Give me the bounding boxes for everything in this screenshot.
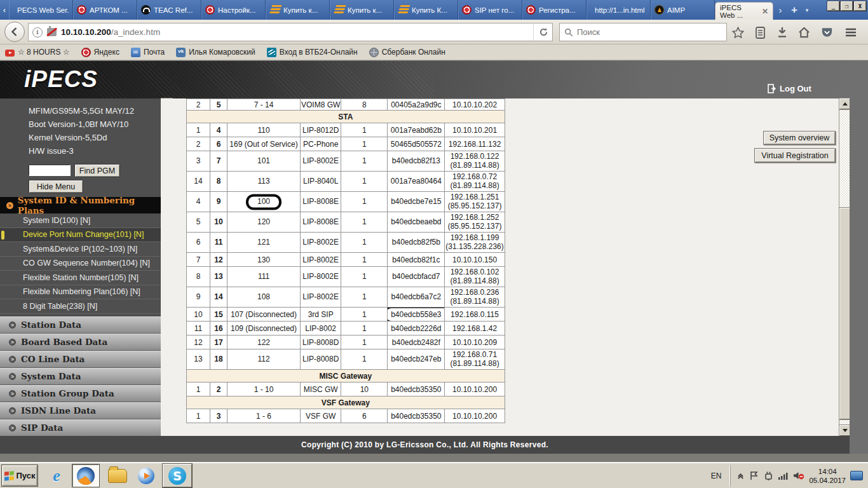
url-bar[interactable]: i 10.10.10.200/a_index.htm (28, 23, 553, 41)
sidebar-section-station-data[interactable]: >Station Data (0, 316, 161, 334)
find-pgm-button[interactable]: Find PGM (74, 164, 120, 177)
sidebar-item-system-id-100-n-[interactable]: System ID(100) [N] (0, 214, 161, 228)
firefox-icon[interactable] (72, 464, 99, 487)
col-seq[interactable]: 9 (210, 192, 227, 212)
sidebar-item-flexible-station-number-105-n-[interactable]: Flexible Station Number(105) [N] (0, 271, 161, 285)
scroll-up-icon[interactable] (839, 98, 850, 109)
active-browser-tab[interactable]: iPECS Web ... ✕ (715, 2, 773, 20)
col-seq[interactable]: 17 (210, 336, 227, 349)
col-seq[interactable]: 7 (210, 151, 227, 172)
hide-menu-button[interactable]: Hide Menu (29, 180, 83, 193)
network-signal-icon[interactable] (778, 471, 789, 480)
sidebar-section-system-id-numbering[interactable]: > System ID & Numbering Plans (0, 197, 161, 214)
sidebar-section-station-group-data[interactable]: >Station Group Data (0, 385, 161, 402)
url-text[interactable]: 10.10.10.200/a_index.htm (61, 27, 529, 37)
new-tab-button[interactable]: + (787, 0, 801, 20)
media-player-icon[interactable] (135, 466, 158, 486)
sidebar-item-system-device-ip-102-103-n-[interactable]: System&Device IP(102~103) [N] (0, 242, 161, 257)
main-scrollbar[interactable] (839, 98, 850, 436)
bookmark-item[interactable]: ☆ 8 HOURS ☆ (5, 48, 70, 57)
clock[interactable]: 14:04 05.04.2017 (809, 467, 846, 485)
col-seq[interactable]: 18 (210, 349, 227, 370)
col-seq[interactable]: 6 (210, 137, 227, 151)
col-seq[interactable]: 5 (210, 99, 227, 111)
home-icon[interactable] (796, 25, 812, 40)
logout-button[interactable]: Log Out (768, 84, 811, 93)
table-section-row: VSF Gateway (187, 396, 505, 409)
bookmark-item[interactable]: Почта (131, 48, 165, 57)
explorer-folder-icon[interactable] (105, 466, 130, 485)
sidebar-section-co-line-data[interactable]: >CO Line Data (0, 351, 161, 368)
col-seq[interactable]: 14 (210, 287, 227, 308)
downloads-icon[interactable] (774, 25, 790, 40)
volume-muted-icon[interactable] (793, 471, 804, 480)
collapse-chevron-icon[interactable] (736, 471, 745, 480)
minimize-button[interactable]: _ (827, 1, 839, 11)
menu-icon[interactable] (843, 25, 859, 40)
browser-tab[interactable]: АРТКОМ ... (73, 0, 137, 20)
bookmark-item[interactable]: Сбербанк Онлайн (369, 48, 445, 57)
sidebar-item-8-digit-table-238-n-[interactable]: 8 Digit Table(238) [N] (0, 299, 161, 314)
reading-list-icon[interactable] (752, 25, 768, 40)
pocket-icon[interactable] (818, 25, 835, 40)
power-plug-icon[interactable] (764, 471, 773, 481)
browser-tab[interactable]: Купить к... (266, 0, 330, 20)
browser-tab[interactable]: http://1...in.html (587, 0, 651, 20)
sidebar-item-co-gw-sequence-number-104-n-[interactable]: CO GW Sequence Number(104) [N] (0, 257, 161, 271)
bookmark-item[interactable]: Илья Комаровский (176, 48, 255, 57)
browser-tab[interactable]: AIMP (651, 0, 715, 20)
col-device-type: LIP-8008D (301, 349, 341, 370)
start-button[interactable]: Пуск (2, 465, 37, 486)
skype-icon[interactable]: S (163, 464, 192, 487)
bookmark-star-icon[interactable] (729, 25, 746, 40)
browser-tab[interactable]: Настройк... (201, 0, 266, 20)
virtual-registration-button[interactable]: Virtual Registration (754, 148, 836, 163)
col-seq[interactable]: 3 (210, 409, 227, 423)
browser-tab[interactable]: Регистра... (522, 0, 587, 20)
col-seq[interactable]: 10 (210, 212, 227, 233)
sidebar-section-sip-data[interactable]: >SIP Data (0, 419, 161, 437)
tab-scroll-right-icon[interactable]: › (773, 0, 787, 20)
col-seq[interactable]: 16 (210, 322, 227, 336)
main-scrollbar-thumb[interactable] (839, 208, 850, 419)
sidebar-item-device-port-num-change-101-n-[interactable]: Device Port Num Change(101) [N] (0, 228, 161, 243)
language-indicator[interactable]: EN (711, 471, 726, 480)
col-seq[interactable]: 15 (210, 308, 227, 322)
show-desktop-icon[interactable] (850, 471, 863, 480)
plugin-blocked-icon[interactable] (47, 28, 57, 36)
col-seq[interactable]: 11 (210, 233, 227, 253)
col-seq[interactable]: 4 (210, 123, 227, 137)
search-input[interactable] (577, 27, 722, 37)
sidebar-section-board-based-data[interactable]: >Board Based Data (0, 334, 161, 351)
browser-tab[interactable]: Купить К... (394, 0, 458, 20)
bookmark-item[interactable]: Вход в ВТБ24-Онлайн (267, 48, 358, 57)
reload-button[interactable] (533, 24, 548, 41)
tab-list-dropdown-icon[interactable]: ▾ (801, 0, 813, 20)
col-seq[interactable]: 2 (210, 383, 227, 396)
system-overview-button[interactable]: System overview (763, 131, 836, 145)
sidebar-section-isdn-line-data[interactable]: >ISDN Line Data (0, 402, 161, 419)
browser-tabs: PECS Web Ser...АРТКОМ ...TEAC Ref...Наст… (9, 0, 715, 20)
search-bar[interactable] (559, 23, 727, 41)
browser-tab[interactable]: Купить к... (330, 0, 394, 20)
action-center-flag-icon[interactable] (749, 471, 759, 480)
close-button[interactable]: X (854, 1, 866, 11)
sidebar-section-system-data[interactable]: >System Data (0, 368, 161, 385)
browser-tab[interactable]: PECS Web Ser... (9, 0, 73, 20)
sidebar-item-flexible-numbering-plan-106-n-[interactable]: Flexible Numbering Plan(106) [N] (0, 285, 161, 300)
bookmark-item[interactable]: Яндекс (81, 48, 119, 57)
restore-button[interactable]: ❐ (841, 1, 853, 11)
browser-tab[interactable]: TEAC Ref... (137, 0, 201, 20)
col-seq[interactable]: 8 (210, 172, 227, 192)
back-button[interactable] (4, 22, 25, 42)
info-icon[interactable]: i (32, 27, 43, 37)
col-seq[interactable]: 12 (210, 253, 227, 267)
browser-tab[interactable]: SIP нет го... (458, 0, 522, 20)
tab-close-icon[interactable]: ✕ (762, 7, 768, 16)
window-controls: _ ❐ X (827, 1, 866, 11)
tab-scroll-left-icon[interactable]: ‹ (0, 0, 9, 20)
find-pgm-input[interactable] (29, 165, 71, 176)
ie-icon[interactable]: e (46, 466, 67, 486)
col-seq[interactable]: 13 (210, 267, 227, 287)
scroll-down-icon[interactable] (839, 425, 850, 436)
